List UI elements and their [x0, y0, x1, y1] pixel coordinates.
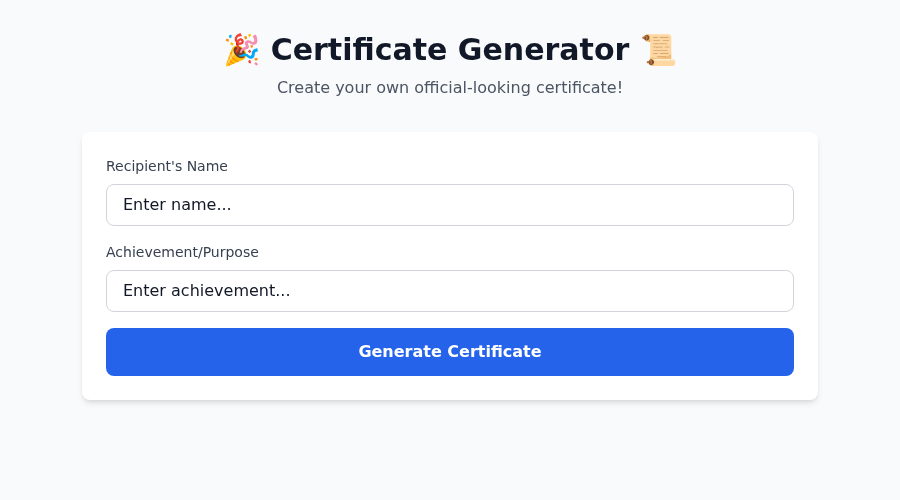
- recipient-field-group: Recipient's Name: [106, 156, 794, 226]
- generate-button[interactable]: Generate Certificate: [106, 328, 794, 376]
- recipient-label: Recipient's Name: [106, 156, 794, 176]
- page-subtitle: Create your own official-looking certifi…: [82, 76, 818, 100]
- achievement-input[interactable]: [106, 270, 794, 312]
- form-card: Recipient's Name Achievement/Purpose Gen…: [82, 132, 818, 400]
- achievement-label: Achievement/Purpose: [106, 242, 794, 262]
- recipient-input[interactable]: [106, 184, 794, 226]
- page-title: 🎉 Certificate Generator 📜: [82, 32, 818, 68]
- main-container: 🎉 Certificate Generator 📜 Create your ow…: [66, 0, 834, 432]
- header: 🎉 Certificate Generator 📜 Create your ow…: [82, 32, 818, 100]
- achievement-field-group: Achievement/Purpose: [106, 242, 794, 312]
